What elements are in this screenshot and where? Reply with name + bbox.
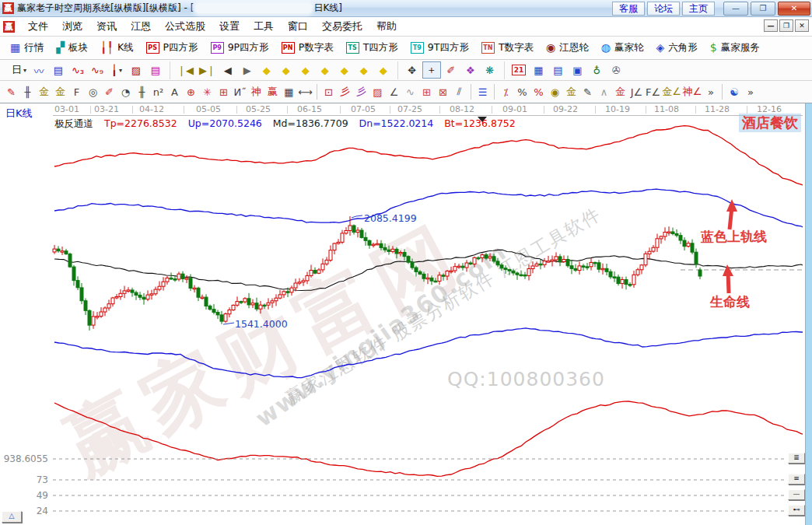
p-number-table-button[interactable]: PNP数字表: [276, 40, 339, 56]
panel-three-rows-button[interactable]: ≣: [788, 453, 805, 464]
nav-next-icon[interactable]: ▶: [238, 61, 257, 79]
crosshair-tool-icon[interactable]: ＋: [422, 61, 441, 79]
n-square-icon[interactable]: n²: [150, 82, 166, 101]
percent-levels-icon[interactable]: %: [530, 82, 547, 101]
9t-square-button[interactable]: T99T四方形: [405, 40, 474, 56]
levels-icon[interactable]: ☰: [474, 82, 491, 101]
hexagon-button[interactable]: ◈六角形: [650, 40, 702, 56]
restore-button[interactable]: ❐: [751, 2, 775, 16]
calendar-21-icon[interactable]: 21: [509, 61, 529, 79]
menu-公式选股[interactable]: 公式选股: [158, 18, 212, 35]
more-right-icon[interactable]: »: [742, 82, 758, 101]
mdi-close-button[interactable]: ✕: [795, 19, 809, 32]
kline-button[interactable]: ╽╿K线: [95, 40, 139, 56]
wave-mark-icon[interactable]: И˝: [232, 82, 248, 101]
hand-tool-icon[interactable]: ✥: [403, 61, 422, 79]
diamond-left-icon[interactable]: ◆: [257, 61, 276, 79]
winner-service-button[interactable]: $赢家服务: [705, 40, 765, 56]
target-circle-icon[interactable]: ⊕: [183, 82, 199, 101]
red-marker-icon[interactable]: ✐: [101, 82, 117, 101]
menu-设置[interactable]: 设置: [212, 18, 247, 35]
menu-帮助[interactable]: 帮助: [369, 18, 404, 35]
t-square-button[interactable]: TST四方形: [341, 40, 404, 56]
diamond-hspan-icon[interactable]: ◆: [296, 61, 315, 79]
quick-button-2[interactable]: 论坛: [647, 2, 680, 16]
sectors-button[interactable]: ▞板块: [51, 40, 93, 56]
close-button[interactable]: ✕: [778, 2, 810, 16]
mdi-restore-button[interactable]: ❐: [779, 19, 793, 32]
menu-工具[interactable]: 工具: [247, 18, 281, 35]
menu-交易委托[interactable]: 交易委托: [315, 18, 369, 35]
price-ruler-icon[interactable]: ╫: [134, 82, 150, 101]
diamond-expand-icon[interactable]: ◆: [335, 61, 354, 79]
menu-资讯[interactable]: 资讯: [89, 18, 124, 35]
gold-circle-icon[interactable]: ◉: [547, 82, 563, 101]
flag-tool-icon[interactable]: ✐: [442, 61, 460, 79]
wave-9-icon[interactable]: ∿₉: [88, 61, 107, 79]
quick-button-1[interactable]: 客服: [612, 2, 645, 16]
compress-chart-icon[interactable]: 〰: [30, 61, 48, 79]
more-left-icon[interactable]: »: [702, 82, 719, 101]
percent-icon[interactable]: %: [514, 82, 530, 101]
red-grid1-icon[interactable]: ⊞: [418, 82, 435, 101]
gold-box-icon[interactable]: 金: [612, 82, 628, 101]
box-select-icon[interactable]: ⊡: [320, 82, 337, 101]
spiral-icon[interactable]: ◎: [85, 82, 101, 101]
panel-two-rows-button[interactable]: ≡: [788, 474, 805, 485]
corner-expand-button[interactable]: △: [2, 511, 22, 523]
grid-box-icon[interactable]: ⊞: [215, 82, 232, 101]
volume-profile-icon[interactable]: ▤: [146, 61, 165, 79]
menu-文件[interactable]: 文件: [21, 18, 55, 35]
percent7-icon[interactable]: ⁒: [498, 82, 514, 101]
minimize-button[interactable]: —: [723, 2, 748, 16]
winner-wheel-button[interactable]: ◍赢家轮: [596, 40, 649, 56]
fan-box-purple-icon[interactable]: 彡: [353, 82, 369, 101]
period-label[interactable]: 日K线: [5, 107, 33, 121]
vertical-scrollbar[interactable]: [805, 103, 812, 525]
chart-svg[interactable]: [0, 103, 804, 525]
fan-box-red-icon[interactable]: ▨: [369, 82, 386, 101]
wave-3-icon[interactable]: ∿₃: [68, 61, 87, 79]
brush2-icon[interactable]: ✎: [579, 82, 596, 101]
quick-button-3[interactable]: 主页: [682, 2, 715, 16]
menu-浏览[interactable]: 浏览: [55, 18, 89, 35]
fibo-ruler-icon[interactable]: F: [68, 82, 85, 101]
red-grid2-icon[interactable]: ⊠: [435, 82, 451, 101]
taiji-icon[interactable]: ☯: [726, 82, 742, 101]
shen-angle-icon[interactable]: 神∠: [682, 82, 703, 101]
zigzag-icon[interactable]: ∿: [402, 82, 418, 101]
t-number-table-button[interactable]: TNT数字表: [476, 40, 539, 56]
menu-窗口[interactable]: 窗口: [281, 18, 315, 35]
nav-first-icon[interactable]: ❘◀: [175, 61, 196, 79]
shen-tool-icon[interactable]: 神: [248, 82, 264, 101]
gann-ruler-icon[interactable]: ╫: [19, 82, 36, 101]
panel-one-row-button[interactable]: —: [788, 489, 805, 500]
diamond-center-icon[interactable]: ◆: [374, 61, 393, 79]
calculator-icon[interactable]: ▦: [529, 61, 548, 79]
toolbox-icon[interactable]: ✇: [607, 61, 625, 79]
gold-ratio-icon[interactable]: 金: [36, 82, 52, 101]
diamond-right-icon[interactable]: ◆: [277, 61, 296, 79]
quotes-button[interactable]: ▦行情: [5, 40, 49, 56]
abc-wave-icon[interactable]: ∧: [596, 82, 612, 101]
gann-fan-icon[interactable]: 彡: [337, 82, 353, 101]
j-angle-icon[interactable]: J∠: [628, 82, 645, 101]
gann-wheel-button[interactable]: ◉江恩轮: [541, 40, 594, 56]
span-measure-icon[interactable]: ⟷: [297, 82, 313, 101]
9p-square-button[interactable]: P99P四方形: [205, 40, 275, 56]
candle-style-dropdown[interactable]: ╽▾: [107, 61, 126, 79]
f-angle-icon[interactable]: F∠: [645, 82, 661, 101]
save-icon[interactable]: ▣: [568, 61, 586, 79]
menu-江恩[interactable]: 江恩: [124, 18, 158, 35]
cycle-tool-icon[interactable]: ❋: [481, 61, 499, 79]
mdi-minimize-button[interactable]: —: [764, 19, 778, 32]
gann-box-tool-icon[interactable]: ❖: [461, 61, 480, 79]
nav-last-icon[interactable]: ▶❘: [197, 61, 218, 79]
period-day-dropdown[interactable]: 日▾: [9, 61, 29, 79]
pattern-select-icon[interactable]: ▨: [127, 61, 145, 79]
star-rays-icon[interactable]: ✳: [199, 82, 215, 101]
info-list-icon[interactable]: ▤: [49, 61, 68, 79]
nav-prev-icon[interactable]: ◀: [219, 61, 237, 79]
angle-lines-icon[interactable]: ∠: [386, 82, 402, 101]
ying-tool-icon[interactable]: 赢: [264, 82, 281, 101]
